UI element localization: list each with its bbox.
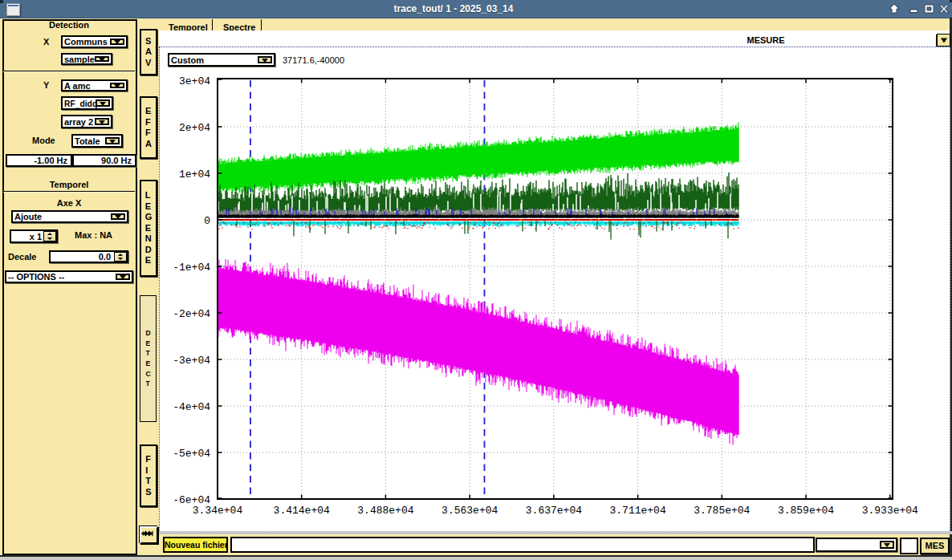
svg-text:3.785e+04: 3.785e+04: [694, 505, 750, 517]
svg-text:3.859e+04: 3.859e+04: [778, 505, 834, 517]
svg-text:-4e+04: -4e+04: [173, 401, 210, 413]
svg-text:0: 0: [204, 215, 210, 227]
svg-text:-1e+04: -1e+04: [173, 262, 210, 274]
svg-text:3.34e+04: 3.34e+04: [193, 505, 243, 517]
svg-text:3.711e+04: 3.711e+04: [609, 505, 665, 517]
svg-text:3.488e+04: 3.488e+04: [357, 505, 413, 517]
svg-text:3e+04: 3e+04: [179, 75, 210, 87]
svg-text:-3e+04: -3e+04: [173, 355, 210, 367]
svg-text:1e+04: 1e+04: [179, 168, 210, 181]
svg-text:2e+04: 2e+04: [179, 122, 210, 134]
svg-text:3.637e+04: 3.637e+04: [526, 505, 582, 517]
svg-text:3.414e+04: 3.414e+04: [274, 505, 330, 517]
svg-text:3.933e+04: 3.933e+04: [862, 505, 918, 517]
svg-text:-5e+04: -5e+04: [173, 448, 210, 460]
svg-text:-2e+04: -2e+04: [173, 308, 210, 320]
svg-text:3.563e+04: 3.563e+04: [441, 505, 498, 517]
